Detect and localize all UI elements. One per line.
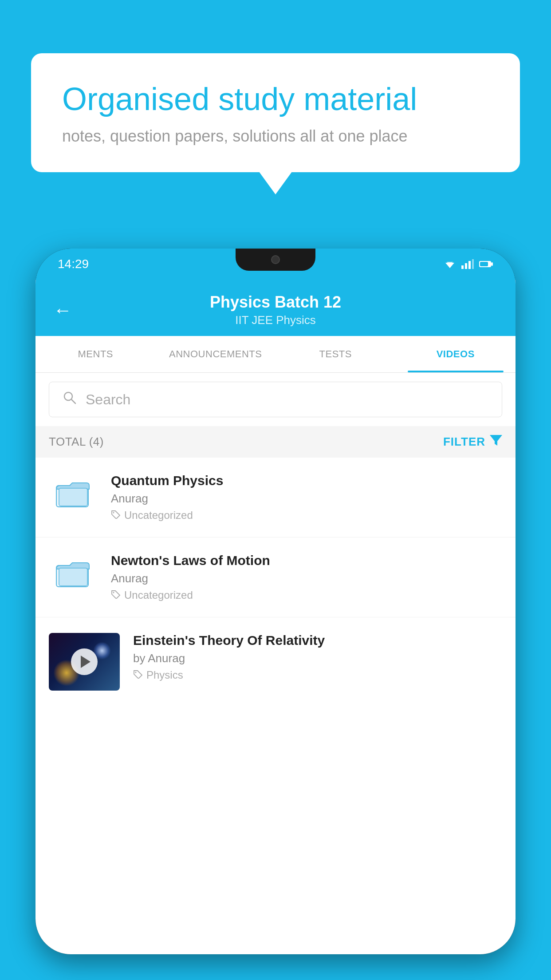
list-item[interactable]: Quantum Physics Anurag Uncategorized [35,458,516,537]
folder-icon [55,557,91,589]
search-container: Search [35,373,516,426]
battery-icon [479,260,493,268]
folder-icon [55,478,91,509]
svg-rect-3 [465,263,467,269]
speech-bubble-section: Organised study material notes, question… [31,53,520,172]
svg-rect-13 [59,488,87,506]
video-thumbnail-3 [49,633,120,691]
camera [271,255,280,264]
svg-rect-2 [461,265,464,269]
svg-point-14 [113,512,114,514]
play-triangle-icon [81,656,91,668]
filter-bar: TOTAL (4) FILTER [35,426,516,458]
video-title-3: Einstein's Theory Of Relativity [133,633,502,648]
tabs: MENTS ANNOUNCEMENTS TESTS VIDEOS [35,336,516,373]
list-item[interactable]: Einstein's Theory Of Relativity by Anura… [35,617,516,706]
header-title-group: Physics Batch 12 IIT JEE Physics [210,293,341,327]
total-count: TOTAL (4) [49,435,104,449]
tag-label-2: Uncategorized [124,589,193,601]
filter-label: FILTER [443,435,485,449]
video-tag-3: Physics [133,669,502,681]
phone-frame: 14:29 [35,249,516,954]
play-button[interactable] [71,648,98,675]
header-subtitle: IIT JEE Physics [210,313,341,327]
bubble-title: Organised study material [62,80,489,118]
video-tag-2: Uncategorized [111,589,502,601]
svg-marker-11 [490,435,502,446]
signal-icon [461,259,474,269]
status-bar: 14:29 [35,249,516,280]
list-item[interactable]: Newton's Laws of Motion Anurag Uncategor… [35,537,516,617]
video-author-1: Anurag [111,492,502,506]
filter-icon [490,435,502,449]
status-time: 14:29 [58,257,89,271]
search-icon [63,390,77,409]
search-placeholder-text: Search [86,391,130,408]
svg-line-10 [71,399,75,403]
svg-point-17 [113,592,114,593]
tag-icon-1 [111,509,121,522]
back-button[interactable]: ← [53,300,72,321]
tab-videos[interactable]: VIDEOS [396,336,516,372]
video-author-3: by Anurag [133,652,502,665]
tag-icon-3 [133,669,143,681]
svg-rect-5 [472,259,474,269]
filter-button[interactable]: FILTER [443,435,502,449]
folder-thumb-1 [49,473,98,513]
wifi-icon [444,259,456,269]
status-icons [444,259,493,269]
video-info-2: Newton's Laws of Motion Anurag Uncategor… [111,553,502,601]
svg-rect-8 [480,262,488,266]
video-author-2: Anurag [111,572,502,585]
bubble-subtitle: notes, question papers, solutions all at… [62,127,489,146]
app-header: ← Physics Batch 12 IIT JEE Physics [35,280,516,336]
folder-thumb-2 [49,553,98,593]
play-overlay [49,633,120,691]
phone-container: 14:29 [35,249,516,980]
video-title-2: Newton's Laws of Motion [111,553,502,568]
video-tag-1: Uncategorized [111,509,502,522]
tab-tests[interactable]: TESTS [276,336,396,372]
tag-label-3: Physics [146,669,183,681]
video-info-3: Einstein's Theory Of Relativity by Anura… [133,633,502,681]
tag-label-1: Uncategorized [124,509,193,522]
video-info-1: Quantum Physics Anurag Uncategorized [111,473,502,522]
video-list: Quantum Physics Anurag Uncategorized [35,458,516,706]
search-bar[interactable]: Search [49,382,502,417]
svg-rect-4 [468,261,471,269]
tab-announcements[interactable]: ANNOUNCEMENTS [156,336,276,372]
header-title: Physics Batch 12 [210,293,341,312]
video-title-1: Quantum Physics [111,473,502,488]
svg-rect-7 [491,262,493,266]
speech-bubble: Organised study material notes, question… [31,53,520,172]
tag-icon-2 [111,589,121,601]
svg-rect-16 [59,568,87,586]
svg-point-18 [135,672,137,673]
phone-screen: ← Physics Batch 12 IIT JEE Physics MENTS… [35,280,516,954]
notch [236,249,315,271]
tab-ments[interactable]: MENTS [35,336,156,372]
